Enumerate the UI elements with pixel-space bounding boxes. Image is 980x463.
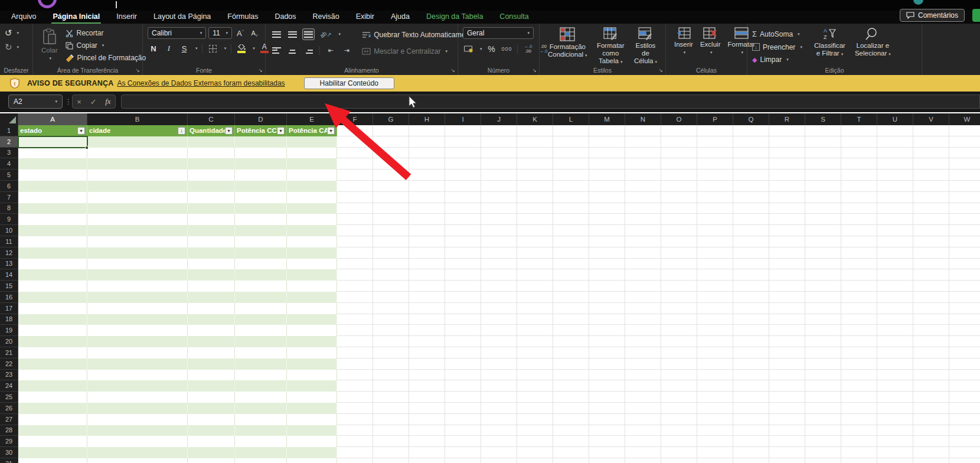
cell-F6[interactable] [337, 181, 373, 192]
cell-P20[interactable] [697, 336, 733, 347]
cell-S10[interactable] [805, 225, 841, 236]
cell-B31[interactable] [87, 458, 188, 463]
cell-E18[interactable] [287, 314, 337, 325]
cell-T25[interactable] [841, 392, 877, 403]
cell-J15[interactable] [481, 281, 517, 292]
cell-M16[interactable] [589, 292, 625, 303]
cell-O28[interactable] [661, 425, 697, 436]
cell-D10[interactable] [235, 225, 287, 236]
cell-G19[interactable] [373, 325, 409, 336]
cell-D27[interactable] [235, 414, 287, 425]
cell-T30[interactable] [841, 447, 877, 458]
cell-P16[interactable] [697, 292, 733, 303]
cell-N16[interactable] [625, 292, 661, 303]
column-header-B[interactable]: B [87, 113, 188, 125]
cell-E17[interactable] [287, 303, 337, 314]
cell-M27[interactable] [589, 414, 625, 425]
cell-I19[interactable] [445, 325, 481, 336]
cell-R27[interactable] [769, 414, 805, 425]
cell-R17[interactable] [769, 303, 805, 314]
cell-I10[interactable] [445, 225, 481, 236]
cell-S4[interactable] [805, 158, 841, 169]
cell-J8[interactable] [481, 203, 517, 214]
cell-U28[interactable] [877, 425, 913, 436]
cell-K6[interactable] [517, 181, 553, 192]
cell-U6[interactable] [877, 181, 913, 192]
cell-J22[interactable] [481, 358, 517, 370]
cell-P7[interactable] [697, 192, 733, 203]
cell-C8[interactable] [188, 203, 235, 214]
cell-T10[interactable] [841, 225, 877, 236]
cell-D14[interactable] [235, 269, 287, 281]
row-header-24[interactable]: 24 [0, 380, 18, 392]
cell-R13[interactable] [769, 259, 805, 270]
cell-T4[interactable] [841, 158, 877, 169]
cell-K14[interactable] [517, 269, 553, 281]
cell-U29[interactable] [877, 436, 913, 447]
cell-V27[interactable] [913, 414, 949, 425]
cell-C2[interactable] [188, 136, 235, 148]
cell-R19[interactable] [769, 325, 805, 336]
column-header-M[interactable]: M [589, 113, 625, 125]
cell-R6[interactable] [769, 181, 805, 192]
cell-L27[interactable] [553, 414, 589, 425]
cell-M29[interactable] [589, 436, 625, 447]
cell-K16[interactable] [517, 292, 553, 303]
cell-A27[interactable] [18, 414, 87, 425]
cell-Q12[interactable] [733, 247, 769, 259]
selected-cell-A2[interactable] [18, 136, 87, 148]
cell-S6[interactable] [805, 181, 841, 192]
cell-E2[interactable] [287, 136, 337, 148]
cell-U21[interactable] [877, 347, 913, 358]
cell-D6[interactable] [235, 181, 287, 192]
cell-N22[interactable] [625, 358, 661, 370]
insert-cells-button[interactable]: Inserir ▾ [671, 27, 697, 66]
cell-E15[interactable] [287, 281, 337, 292]
cell-T8[interactable] [841, 203, 877, 214]
cell-V23[interactable] [913, 370, 949, 381]
column-header-R[interactable]: R [769, 113, 805, 125]
row-header-14[interactable]: 14 [0, 269, 18, 281]
cell-A23[interactable] [18, 370, 87, 381]
cell-G17[interactable] [373, 303, 409, 314]
cell-T9[interactable] [841, 214, 877, 225]
cell-B8[interactable] [87, 203, 188, 214]
cell-T12[interactable] [841, 247, 877, 259]
cell-A24[interactable] [18, 380, 87, 392]
cell-B17[interactable] [87, 303, 188, 314]
align-left-button[interactable] [270, 44, 282, 56]
cell-E7[interactable] [287, 192, 337, 203]
sort-filter-button[interactable]: A Z Classificar e Filtrar▾ [811, 27, 849, 66]
cell-T18[interactable] [841, 314, 877, 325]
cell-H29[interactable] [409, 436, 445, 447]
cell-U10[interactable] [877, 225, 913, 236]
cell-R5[interactable] [769, 169, 805, 181]
row-header-21[interactable]: 21 [0, 347, 18, 358]
cell-S14[interactable] [805, 269, 841, 281]
cell-M20[interactable] [589, 336, 625, 347]
cell-O14[interactable] [661, 269, 697, 281]
cell-L31[interactable] [553, 458, 589, 463]
cell-Q26[interactable] [733, 403, 769, 414]
cell-M5[interactable] [589, 169, 625, 181]
cell-K26[interactable] [517, 403, 553, 414]
cell-C24[interactable] [188, 380, 235, 392]
cell-L28[interactable] [553, 425, 589, 436]
cell-I14[interactable] [445, 269, 481, 281]
column-header-L[interactable]: L [553, 113, 589, 125]
cell-T15[interactable] [841, 281, 877, 292]
cell-D2[interactable] [235, 136, 287, 148]
cell-F26[interactable] [337, 403, 373, 414]
cell-A15[interactable] [18, 281, 87, 292]
row-header-31[interactable]: 31 [0, 458, 18, 463]
cell-L17[interactable] [553, 303, 589, 314]
cell-M7[interactable] [589, 192, 625, 203]
cell-U22[interactable] [877, 358, 913, 370]
cell-Q3[interactable] [733, 148, 769, 159]
cell-G28[interactable] [373, 425, 409, 436]
cell-F27[interactable] [337, 414, 373, 425]
cell-D12[interactable] [235, 247, 287, 259]
cell-P2[interactable] [697, 136, 733, 148]
cell-J14[interactable] [481, 269, 517, 281]
cell-T13[interactable] [841, 259, 877, 270]
